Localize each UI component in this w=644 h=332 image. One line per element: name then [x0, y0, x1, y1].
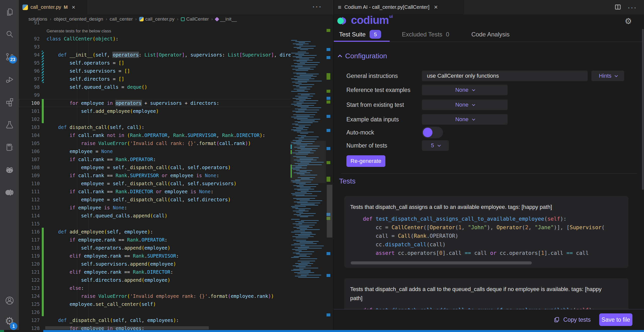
code-line[interactable]: 116 def add_employee(self, employee): [19, 228, 333, 236]
code-line[interactable]: 118 self.operators.append(employee) [19, 244, 333, 252]
gutter-added-indicator [42, 268, 44, 276]
run-debug-icon[interactable] [0, 70, 19, 89]
line-number: 95 [25, 59, 40, 67]
configuration-header[interactable]: Configuration [339, 52, 387, 60]
line-number: 111 [25, 187, 40, 196]
code-line[interactable]: 111 if call.rank == Rank.DIRECTOR or emp… [19, 187, 333, 196]
code-line[interactable]: 108 employee = self._dispatch_call(call,… [19, 163, 333, 171]
test-description: Tests that dispatch_call assigns a call … [350, 203, 622, 212]
code-line[interactable]: 119 elif employee.rank == Rank.SUPERVISO… [19, 252, 333, 260]
code-line[interactable]: 121 elif employee.rank == Rank.DIRECTOR: [19, 268, 333, 276]
line-number: 125 [25, 300, 40, 308]
panel-scrollbar[interactable] [642, 29, 644, 190]
panel-tab-bar: ≡ Codium AI - call_center.py[CallCenter]… [334, 0, 644, 14]
code-line[interactable]: 97 self.directors = [] [19, 75, 333, 83]
start-from-existing-test-select[interactable]: None [422, 100, 508, 110]
save-to-file-button[interactable]: Save to file [599, 313, 632, 326]
code-line[interactable]: 123 else: [19, 284, 333, 292]
gutter-added-indicator [42, 236, 44, 244]
tab-call-center-py[interactable]: call_center.py M × [19, 0, 87, 14]
line-number: 105 [25, 139, 40, 147]
code-line[interactable]: 103 def dispatch_call(self, call): [19, 123, 333, 131]
code-line[interactable]: 113 if employee is None: [19, 204, 333, 212]
regenerate-button[interactable]: Re-generate [346, 155, 385, 167]
code-line[interactable]: 112 employee = self._dispatch_call(call,… [19, 196, 333, 204]
code-line[interactable]: 105 raise ValueError('Invalid call rank:… [19, 139, 333, 147]
example-data-inputs-label: Example data inputs [346, 116, 399, 123]
code-line[interactable]: 110 employee = self._dispatch_call(call,… [19, 179, 333, 187]
search-icon[interactable] [0, 25, 19, 43]
split-editor-icon[interactable] [615, 4, 621, 11]
code-line[interactable]: 104 if call.rank not in (Rank.OPERATOR, … [19, 131, 333, 139]
code-line[interactable]: 109 if call.rank == Rank.SUPERVISOR or e… [19, 171, 333, 179]
horizontal-scrollbar[interactable] [45, 326, 209, 329]
tab-code-analysis[interactable]: Code Analysis [471, 31, 510, 38]
reference-test-examples-select[interactable]: None [422, 85, 508, 95]
excluded-count: 0 [446, 31, 449, 38]
gutter-modified-indicator [42, 75, 44, 83]
minimap[interactable] [291, 24, 326, 330]
codium-logo: codium ui [336, 14, 393, 27]
tab-codium-ai[interactable]: ≡ Codium AI - call_center.py[CallCenter]… [334, 0, 464, 14]
number-of-tests-select[interactable]: 5 [422, 140, 449, 151]
auto-mock-toggle[interactable] [422, 127, 443, 138]
code-line[interactable]: 125 employee.set_call_center(self) [19, 300, 333, 308]
hints-dropdown[interactable]: Hints [591, 71, 624, 81]
code-line[interactable]: 127 def _dispatch_call(self, call, emplo… [19, 316, 333, 324]
code-line[interactable]: 117 if employee.rank == Rank.OPERATOR: [19, 236, 333, 244]
tab-label: call_center.py [30, 4, 61, 10]
code-line[interactable]: 95 self.operators = [] [19, 59, 333, 67]
editor-more-actions-icon[interactable]: ··· [312, 2, 322, 11]
code-line[interactable]: 91 [19, 19, 333, 27]
close-tab-icon[interactable]: × [72, 4, 75, 11]
test-beaker-icon[interactable] [0, 115, 19, 134]
notebook-icon[interactable] [0, 138, 19, 157]
close-panel-icon[interactable]: × [434, 3, 438, 11]
test-code-horizontal-scrollbar[interactable] [351, 261, 532, 264]
settings-gear-icon[interactable]: ⚙ 1 [0, 312, 19, 330]
tab-test-suite[interactable]: Test Suite 5 [339, 30, 381, 39]
line-number: 118 [25, 244, 40, 252]
code-line[interactable]: 99 [19, 91, 333, 99]
vertical-scrollbar[interactable] [327, 185, 332, 238]
general-instructions-label: General instructions [346, 73, 398, 79]
line-number: 103 [25, 123, 40, 131]
codium-robot-icon[interactable] [0, 160, 19, 179]
code-line[interactable]: 101 self.add_employee(employee) [19, 107, 333, 115]
account-icon[interactable] [0, 291, 19, 310]
code-line[interactable]: 126 [19, 308, 333, 316]
panel-more-actions-icon[interactable]: ··· [628, 4, 637, 12]
explorer-icon[interactable] [0, 3, 19, 21]
extensions-icon[interactable] [0, 92, 19, 111]
code-line[interactable]: 120 self.supervisors.append(employee) [19, 260, 333, 268]
code-line[interactable]: 96 self.supervisors = [] [19, 67, 333, 75]
general-instructions-input[interactable] [422, 71, 588, 81]
code-line[interactable]: 114 self.queued_calls.append(call) [19, 212, 333, 220]
gutter-added-indicator [42, 284, 44, 292]
panel-settings-gear-icon[interactable]: ⚙ [625, 16, 632, 26]
status-bar[interactable] [0, 330, 644, 332]
code-line[interactable]: 115 [19, 220, 333, 228]
code-line[interactable]: 124 raise ValueError('Invalid employee r… [19, 292, 333, 300]
code-line[interactable]: 94 def __init__(self, operators: List[Op… [19, 51, 333, 59]
codium-arcs-icon[interactable] [0, 183, 19, 202]
tab-hairline [334, 42, 644, 42]
code-line[interactable]: 102 [19, 115, 333, 123]
code-line[interactable]: 98 self.queued_calls = deque() [19, 83, 333, 91]
copy-tests-button[interactable]: Copy tests [554, 316, 591, 323]
code-line[interactable]: 92class CallCenter(object): [19, 35, 333, 43]
source-control-icon[interactable]: 23 [0, 47, 19, 66]
code-editor[interactable]: 91Generate tests for the below class92cl… [19, 24, 333, 330]
code-line[interactable]: 107 if call.rank == Rank.OPERATOR: [19, 155, 333, 163]
line-number: 114 [25, 212, 40, 220]
chevron-down-icon [472, 88, 475, 91]
code-line[interactable]: 122 self.directors.append(employee) [19, 276, 333, 284]
codelens[interactable]: Generate tests for the below class [19, 27, 333, 35]
code-line[interactable]: 100 for employee in operators + supervis… [19, 99, 333, 107]
code-line[interactable]: 93 [19, 43, 333, 51]
editor-tab-bar: call_center.py M × ··· [19, 0, 333, 14]
test-card[interactable]: Tests that dispatch_call assigns a call … [344, 196, 628, 268]
example-data-inputs-select[interactable]: None [422, 114, 508, 125]
tab-excluded-tests[interactable]: Excluded Tests 0 [402, 31, 449, 38]
code-line[interactable]: 106 employee = None [19, 147, 333, 155]
